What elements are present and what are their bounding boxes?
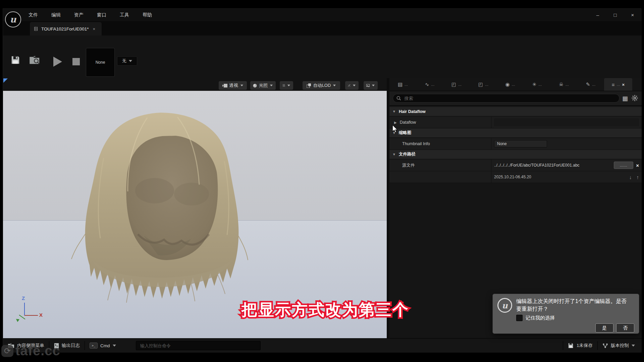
lod-icon: ▤ bbox=[398, 81, 402, 87]
console-command-input[interactable] bbox=[140, 343, 257, 349]
reimport-down-icon[interactable]: ↓ bbox=[629, 174, 632, 180]
column-view-icon[interactable]: ▦ bbox=[622, 95, 628, 102]
output-log-label: 输出日志 bbox=[62, 343, 80, 349]
status-bar-right: * 1未保存 版本控制 bbox=[563, 339, 642, 353]
wand-icon bbox=[348, 83, 351, 88]
row-thumbnail-info[interactable]: Thumbnail Info None bbox=[389, 138, 642, 150]
console-icon: >_ bbox=[90, 343, 98, 349]
tab-meshes[interactable]: ◰... bbox=[470, 78, 497, 91]
subtitle-text: 把显示方式改为第三个 bbox=[198, 299, 453, 320]
details-list-icon: ≡ bbox=[612, 82, 615, 87]
auto-lod-dropdown[interactable]: 自动LOD bbox=[303, 81, 340, 90]
chevron-down-icon bbox=[287, 85, 290, 86]
groom-icon bbox=[33, 26, 39, 32]
remember-checkbox[interactable] bbox=[516, 315, 523, 321]
minimize-button[interactable]: – bbox=[595, 12, 601, 18]
play-button[interactable] bbox=[53, 57, 62, 67]
restore-assets-dialog: u 编辑器上次关闭时打开了1个资产编辑器。是否要重新打开？ 记住我的选择 是 否 bbox=[492, 294, 639, 334]
save-button[interactable] bbox=[10, 55, 20, 65]
close-panel-icon[interactable]: × bbox=[622, 82, 625, 87]
preview-thumbnail-box[interactable]: None bbox=[86, 48, 115, 77]
chevron-down-icon bbox=[632, 345, 635, 347]
console-command-field[interactable] bbox=[136, 341, 261, 350]
search-input[interactable] bbox=[404, 96, 616, 101]
tab-overflow-label: ... bbox=[512, 82, 515, 87]
perspective-dropdown[interactable]: 透视 bbox=[219, 81, 247, 90]
asset-tab[interactable]: TOUFA1021ForUE001* × bbox=[30, 22, 102, 36]
close-window-button[interactable]: × bbox=[630, 12, 636, 18]
section-hair-dataflow[interactable]: ▼ Hair Dataflow bbox=[389, 107, 642, 116]
save-badge-icon: * bbox=[568, 343, 574, 349]
axis-z-label: Z bbox=[22, 295, 25, 301]
dataflow-value-box[interactable] bbox=[494, 118, 639, 126]
tab-close-icon[interactable]: × bbox=[93, 26, 96, 32]
search-field[interactable] bbox=[393, 94, 620, 103]
show-flags-dropdown[interactable] bbox=[345, 81, 359, 90]
chevron-down-icon bbox=[270, 85, 273, 86]
revision-control-label: 版本控制 bbox=[611, 343, 629, 349]
menu-file[interactable]: 文件 bbox=[26, 11, 40, 19]
chevron-collapsed-icon[interactable]: ▶ bbox=[394, 121, 397, 124]
asset-tab-title: TOUFA1021ForUE001* bbox=[41, 26, 89, 32]
unsaved-button[interactable]: * 1未保存 bbox=[563, 339, 597, 353]
menu-edit[interactable]: 编辑 bbox=[49, 11, 63, 19]
dialog-message: 编辑器上次关闭时打开了1个资产编辑器。是否要重新打开？ bbox=[516, 297, 627, 313]
no-button[interactable]: 否 bbox=[616, 323, 634, 333]
section-label: Hair Dataflow bbox=[399, 109, 426, 114]
chevron-expanded-icon: ▼ bbox=[392, 153, 396, 156]
thumbnail-info-dropdown[interactable]: None bbox=[494, 140, 547, 147]
folder-search-icon bbox=[29, 55, 41, 65]
axis-y-arrowhead bbox=[15, 317, 19, 322]
maximize-button[interactable]: □ bbox=[612, 12, 618, 18]
section-thumbnail[interactable]: ▼ 缩略图 bbox=[389, 128, 642, 138]
tab-cards[interactable]: ◰... bbox=[443, 78, 470, 91]
skeleton-icon: ☠ bbox=[559, 81, 563, 87]
cmd-dropdown[interactable]: >_ Cmd bbox=[85, 339, 121, 353]
axis-x-line bbox=[24, 315, 38, 316]
unreal-logo-icon: u bbox=[5, 11, 21, 27]
row-dataflow[interactable]: ▶ Dataflow bbox=[389, 117, 642, 128]
cmd-label: Cmd bbox=[100, 343, 110, 348]
menu-help[interactable]: 帮助 bbox=[141, 11, 154, 19]
reimport-up-icon[interactable]: ↑ bbox=[637, 174, 639, 180]
tab-lod[interactable]: ▤... bbox=[389, 78, 416, 91]
menu-asset[interactable]: 资产 bbox=[72, 11, 86, 19]
menu-tools[interactable]: 工具 bbox=[118, 11, 131, 19]
tab-binding[interactable]: ☠... bbox=[550, 78, 577, 91]
branch-icon bbox=[602, 343, 608, 349]
stop-button[interactable] bbox=[72, 58, 80, 65]
watermark-text: tafe.cc bbox=[15, 343, 60, 358]
letterbox-left bbox=[0, 0, 3, 362]
tab-details-selected[interactable]: ≡ ... × bbox=[604, 78, 632, 91]
image-icon bbox=[366, 83, 370, 88]
property-label: Dataflow bbox=[400, 120, 416, 125]
letterbox-right bbox=[641, 0, 644, 362]
tab-materials[interactable]: ◉... bbox=[497, 78, 524, 91]
tab-edit[interactable]: ✎... bbox=[577, 78, 604, 91]
lit-sphere-icon bbox=[253, 83, 257, 88]
perspective-label: 透视 bbox=[229, 82, 238, 88]
clear-file-icon[interactable]: × bbox=[636, 163, 639, 168]
preview-mesh-dropdown[interactable]: 无 bbox=[117, 56, 137, 66]
tab-overflow-label: ... bbox=[592, 82, 595, 87]
tab-physics[interactable]: ✳... bbox=[524, 78, 550, 91]
revision-control-dropdown[interactable]: 版本控制 bbox=[598, 339, 642, 353]
axis-gizmo: Z X bbox=[15, 295, 45, 325]
row-source-file[interactable]: 源文件 ../../../../../ForUE/abc/TOUFA1021Fo… bbox=[389, 160, 642, 171]
browse-file-button[interactable]: ...... bbox=[614, 162, 633, 169]
lit-label: 光照 bbox=[259, 82, 268, 88]
search-row: ▦ bbox=[389, 91, 642, 106]
camera-perspective-icon bbox=[222, 84, 227, 87]
tab-overflow-label: ... bbox=[431, 82, 434, 87]
groom-display-dropdown[interactable] bbox=[280, 81, 293, 90]
tab-overflow-label: ... bbox=[405, 82, 408, 87]
watermark: ⟳ tafe.cc bbox=[1, 343, 60, 358]
menu-window[interactable]: 窗口 bbox=[95, 11, 108, 19]
browse-asset-button[interactable] bbox=[29, 55, 41, 65]
yes-button[interactable]: 是 bbox=[595, 323, 613, 333]
section-filepath[interactable]: ▼ 文件路径 bbox=[389, 150, 642, 159]
lit-mode-dropdown[interactable]: 光照 bbox=[250, 81, 276, 90]
settings-gear-icon[interactable] bbox=[632, 95, 638, 101]
screenshot-dropdown[interactable] bbox=[364, 81, 378, 90]
tab-strands[interactable]: ∿... bbox=[416, 78, 443, 91]
